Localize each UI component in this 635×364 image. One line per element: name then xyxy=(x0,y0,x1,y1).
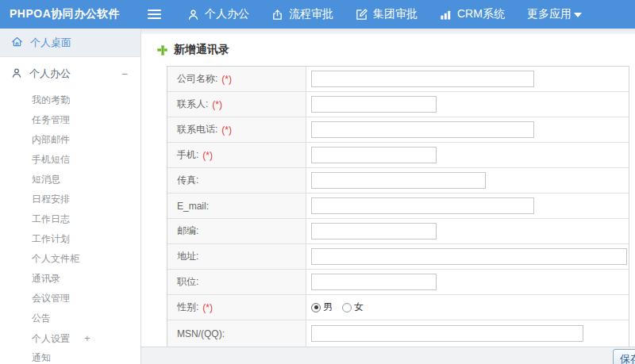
content-area: 新增通讯录 公司名称:(*) 联系人:(*) 联系电话:(*) 手机:(*) 传… xyxy=(141,29,635,364)
gender-female-radio[interactable] xyxy=(342,303,352,312)
sidebar-item-notifications[interactable]: 通知 xyxy=(0,348,140,364)
sidebar-item-meetings[interactable]: 会议管理 xyxy=(0,289,140,308)
expand-icon[interactable]: + xyxy=(84,332,90,344)
sidebar-item-work-log[interactable]: 工作日志 xyxy=(0,209,140,229)
form-row-contact-person: 联系人:(*) xyxy=(167,92,629,117)
field-label: 地址: xyxy=(177,250,198,263)
main-shell: 个人桌面 个人办公 − 我的考勤 任务管理 内部邮件 手机短信 短消息 日程安排… xyxy=(0,29,635,364)
gender-options: 男 女 xyxy=(311,301,364,314)
sidebar-item-label: 个人设置 xyxy=(32,333,70,344)
sidebar: 个人桌面 个人办公 − 我的考勤 任务管理 内部邮件 手机短信 短消息 日程安排… xyxy=(0,29,141,364)
sidebar-section-label: 个人办公 xyxy=(29,67,71,81)
top-bar: PHPOA协同办公软件 个人办公 流程审批 集团审批 CRM系统 xyxy=(0,0,635,29)
caret-down-icon xyxy=(574,13,582,21)
required-mark: (*) xyxy=(221,125,232,136)
gender-male-radio[interactable] xyxy=(311,303,321,312)
form-footer-bar: 保存 xyxy=(141,347,635,364)
gender-female-label: 女 xyxy=(354,301,364,314)
field-label: 传真: xyxy=(177,174,198,187)
nav-group-approval[interactable]: 集团审批 xyxy=(356,7,418,21)
app-title: PHPOA协同办公软件 xyxy=(0,7,140,21)
sidebar-item-contacts[interactable]: 通讯录 xyxy=(0,269,140,289)
save-button[interactable]: 保存 xyxy=(613,349,635,364)
sidebar-item-tasks[interactable]: 任务管理 xyxy=(0,110,140,130)
nav-label: 更多应用 xyxy=(527,7,572,21)
user-icon xyxy=(187,9,199,21)
add-icon xyxy=(157,45,167,56)
sidebar-item-personal-settings[interactable]: 个人设置+ xyxy=(0,328,140,348)
zipcode-input[interactable] xyxy=(311,223,437,239)
home-icon xyxy=(11,36,23,50)
sidebar-section-personal-office[interactable]: 个人办公 − xyxy=(0,59,140,89)
field-label: MSN/(QQ): xyxy=(177,328,225,339)
contact-form: 公司名称:(*) 联系人:(*) 联系电话:(*) 手机:(*) 传真: E_m xyxy=(167,66,629,347)
mobile-input[interactable] xyxy=(311,147,437,163)
required-mark: (*) xyxy=(212,99,222,110)
form-row-email: E_mail: xyxy=(167,193,629,219)
flow-approval-icon xyxy=(271,9,283,21)
field-label: 联系电话: xyxy=(177,123,217,136)
form-row-contact-phone: 联系电话:(*) xyxy=(167,117,629,143)
page-title-text: 新增通讯录 xyxy=(174,43,229,57)
field-label: 联系人: xyxy=(177,98,208,111)
user-icon xyxy=(11,67,22,81)
contact-phone-input[interactable] xyxy=(311,121,534,138)
gender-option-male[interactable]: 男 xyxy=(311,301,333,314)
form-row-mobile: 手机:(*) xyxy=(167,143,629,168)
sidebar-item-announcements[interactable]: 公告 xyxy=(0,308,140,328)
field-label: 职位: xyxy=(177,275,198,289)
nav-workflow-approval[interactable]: 流程审批 xyxy=(271,7,333,21)
required-mark: (*) xyxy=(202,302,213,313)
gender-option-female[interactable]: 女 xyxy=(342,301,364,314)
nav-crm-system[interactable]: CRM系统 xyxy=(440,7,505,21)
form-row-zipcode: 邮编: xyxy=(167,219,629,244)
form-row-position: 职位: xyxy=(167,270,629,295)
sidebar-item-attendance[interactable]: 我的考勤 xyxy=(0,90,140,110)
nav-label: 流程审批 xyxy=(289,7,333,21)
form-row-gender: 性别:(*) 男 女 xyxy=(167,295,629,320)
position-input[interactable] xyxy=(311,274,437,290)
address-input[interactable] xyxy=(311,248,627,265)
msn-qq-input[interactable] xyxy=(311,325,583,342)
nav-more-apps[interactable]: 更多应用 xyxy=(527,7,582,21)
sidebar-item-internal-mail[interactable]: 内部邮件 xyxy=(0,130,140,150)
nav-label: 个人办公 xyxy=(205,7,249,21)
contact-person-input[interactable] xyxy=(311,96,437,113)
nav-label: CRM系统 xyxy=(457,7,505,21)
email-input[interactable] xyxy=(311,197,534,214)
company-name-input[interactable] xyxy=(311,71,534,87)
edit-approval-icon xyxy=(356,9,368,21)
page-title: 新增通讯录 xyxy=(141,34,635,66)
form-row-company-name: 公司名称:(*) xyxy=(167,67,629,92)
field-label: 邮编: xyxy=(177,224,198,238)
gender-male-label: 男 xyxy=(323,301,333,314)
required-mark: (*) xyxy=(202,150,213,161)
sidebar-item-short-message[interactable]: 短消息 xyxy=(0,170,140,190)
sidebar-menu: 我的考勤 任务管理 内部邮件 手机短信 短消息 日程安排 工作日志 工作计划 个… xyxy=(0,90,140,364)
sidebar-item-sms[interactable]: 手机短信 xyxy=(0,150,140,170)
top-nav: 个人办公 流程审批 集团审批 CRM系统 更多应用 xyxy=(187,7,582,21)
sidebar-item-desktop[interactable]: 个人桌面 xyxy=(0,29,140,57)
nav-label: 集团审批 xyxy=(373,7,418,21)
collapse-icon[interactable]: − xyxy=(121,67,128,80)
content-top-strip xyxy=(141,29,635,34)
sidebar-item-work-plan[interactable]: 工作计划 xyxy=(0,229,140,249)
menu-icon[interactable] xyxy=(148,10,164,19)
field-label: E_mail: xyxy=(177,201,209,212)
phpoa-app: { "topbar": { "brand": "PHPOA协同办公软件", "n… xyxy=(0,0,635,364)
sidebar-item-label: 个人桌面 xyxy=(30,36,71,50)
form-row-fax: 传真: xyxy=(167,168,629,193)
sidebar-item-file-cabinet[interactable]: 个人文件柜 xyxy=(0,249,140,269)
fax-input[interactable] xyxy=(311,172,486,189)
bar-chart-icon xyxy=(440,9,452,21)
form-row-msn-qq: MSN/(QQ): xyxy=(167,320,629,347)
field-label: 公司名称: xyxy=(177,72,217,86)
nav-personal-office[interactable]: 个人办公 xyxy=(187,7,249,21)
required-mark: (*) xyxy=(221,74,232,85)
sidebar-item-schedule[interactable]: 日程安排 xyxy=(0,190,140,209)
field-label: 性别: xyxy=(177,301,198,314)
field-label: 手机: xyxy=(177,148,198,162)
form-row-address: 地址: xyxy=(167,244,629,270)
